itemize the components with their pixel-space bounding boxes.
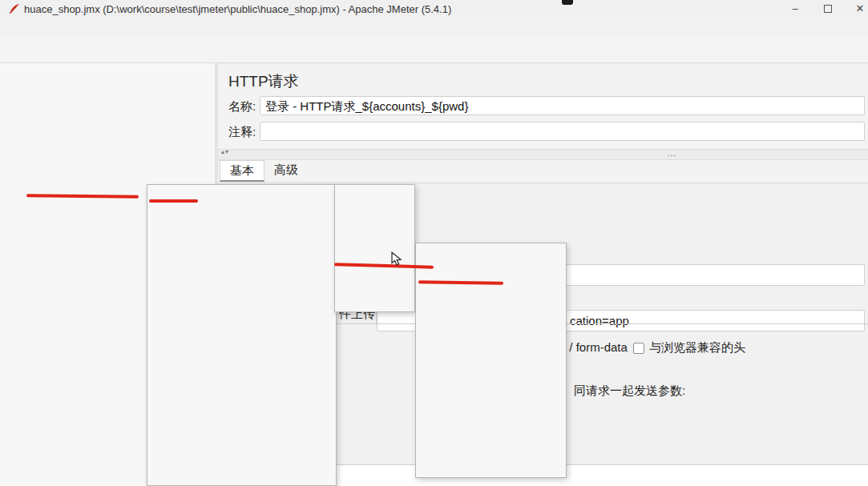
splitter-bar[interactable]: ▴▾ …	[218, 149, 868, 160]
title-bar: huace_shop.jmx (D:\work\course\test\jmet…	[0, 0, 868, 18]
editor-title: HTTP请求	[228, 71, 299, 92]
post-processor-submenu	[415, 243, 567, 478]
jmeter-window: huace_shop.jmx (D:\work\course\test\jmet…	[0, 0, 868, 486]
browser-compatible-label: 与浏览器兼容的头	[649, 340, 745, 355]
tab-advanced[interactable]: 高级	[264, 160, 308, 182]
add-submenu	[334, 184, 415, 312]
multipart-label: t / form-data	[563, 340, 628, 354]
name-label: 名称:	[228, 99, 256, 114]
comment-field[interactable]	[260, 122, 865, 141]
mouse-cursor	[390, 251, 403, 269]
splitter-collapse-icon[interactable]: ▴▾	[221, 148, 229, 155]
splitter-grip-icon: …	[667, 147, 676, 159]
tree-context-menu	[147, 184, 337, 486]
maximize-button[interactable]	[814, 0, 842, 18]
tab-basic[interactable]: 基本	[220, 160, 264, 182]
screen-artifact	[562, 0, 573, 5]
jmeter-feather-icon	[8, 2, 21, 15]
close-button[interactable]: ✕	[846, 0, 868, 18]
minimize-button[interactable]: –	[781, 0, 809, 18]
window-title: huace_shop.jmx (D:\work\course\test\jmet…	[24, 3, 451, 15]
comment-label: 注释:	[228, 125, 256, 140]
path-value: cation=app	[570, 311, 629, 331]
annotation-underline-add	[149, 199, 198, 203]
editor-tabs: 基本 高级	[220, 160, 308, 182]
menu-bar	[0, 18, 868, 37]
send-params-label: 同请求一起发送参数:	[574, 384, 685, 399]
name-field[interactable]: 登录 - HTTP请求_${accounts}_${pwd}	[260, 96, 865, 115]
browser-compatible-checkbox[interactable]	[633, 343, 644, 354]
toolbar	[0, 37, 868, 63]
name-value: 登录 - HTTP请求_${accounts}_${pwd}	[265, 99, 468, 113]
